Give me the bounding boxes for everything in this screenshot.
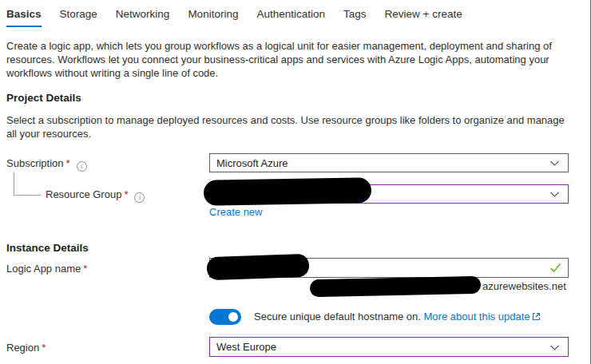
resource-group-label: Resource Group*i [46, 188, 145, 203]
tab-basics[interactable]: Basics [6, 8, 42, 27]
intro-description: Create a logic app, which lets you group… [6, 39, 577, 80]
more-about-update-label: More about this update [424, 311, 530, 322]
chevron-down-icon [549, 342, 560, 352]
info-icon[interactable]: i [77, 161, 87, 172]
toggle-knob [228, 312, 238, 322]
redaction-mark [310, 276, 481, 297]
tab-storage[interactable]: Storage [60, 8, 97, 27]
secure-hostname-toggle[interactable] [209, 309, 241, 325]
secure-hostname-row: Secure unique default hostname on. More … [209, 309, 541, 325]
secure-hostname-text: Secure unique default hostname on. More … [254, 311, 541, 323]
subscription-label: Subscription*i [6, 157, 87, 172]
logic-app-name-label: Logic App name* [6, 263, 87, 275]
create-new-link[interactable]: Create new [209, 206, 262, 218]
instance-details-heading: Instance Details [6, 242, 89, 254]
subscription-dropdown[interactable]: Microsoft Azure [209, 153, 569, 172]
project-details-description: Select a subscription to manage deployed… [6, 113, 572, 140]
resource-group-label-text: Resource Group [46, 188, 121, 200]
external-link-icon [532, 311, 541, 323]
chevron-down-icon [549, 158, 560, 168]
required-asterisk: * [124, 188, 128, 200]
hostname-suffix: azurewebsites.net [482, 280, 566, 292]
required-asterisk: * [66, 157, 70, 169]
region-label: Region* [6, 342, 46, 354]
create-logic-app-basics-pane: Basics Storage Networking Monitoring Aut… [0, 0, 591, 364]
required-asterisk: * [83, 263, 87, 275]
redaction-mark [207, 254, 310, 280]
region-dropdown[interactable]: West Europe [209, 337, 569, 357]
tab-review-create[interactable]: Review + create [385, 8, 462, 27]
region-label-text: Region [6, 342, 39, 354]
logic-app-name-label-text: Logic App name [6, 263, 81, 275]
field-connector-line [14, 172, 41, 196]
project-details-heading: Project Details [6, 92, 81, 104]
tab-tags[interactable]: Tags [343, 8, 367, 27]
required-asterisk: * [42, 342, 46, 354]
subscription-label-text: Subscription [6, 157, 64, 169]
subscription-value: Microsoft Azure [216, 157, 288, 169]
info-icon[interactable]: i [134, 192, 145, 203]
chevron-down-icon [549, 189, 560, 200]
tab-monitoring[interactable]: Monitoring [188, 8, 238, 27]
tab-networking[interactable]: Networking [116, 8, 170, 27]
valid-checkmark-icon [549, 263, 561, 275]
wizard-tabbar: Basics Storage Networking Monitoring Aut… [6, 8, 462, 27]
more-about-update-link[interactable]: More about this update [424, 311, 541, 322]
region-value: West Europe [216, 341, 276, 353]
redaction-mark [204, 177, 372, 206]
secure-hostname-message: Secure unique default hostname on. [254, 311, 421, 322]
tab-authentication[interactable]: Authentication [256, 8, 325, 27]
